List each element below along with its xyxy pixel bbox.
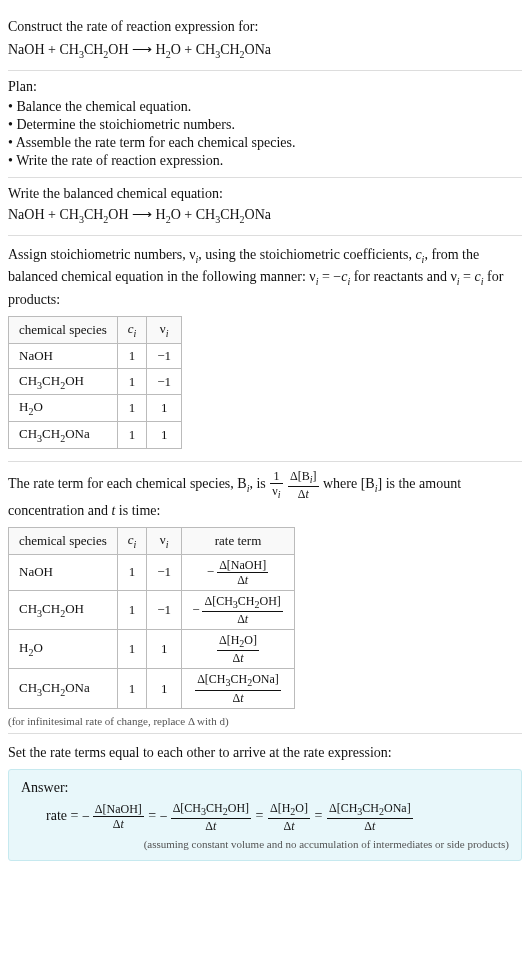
cell-species: H2O <box>9 629 118 668</box>
fraction: Δ[CH3CH2ONa]Δt <box>195 673 281 703</box>
col-species: chemical species <box>9 527 118 554</box>
frac-den: Δt <box>171 819 251 832</box>
fraction: Δ[CH3CH2OH]Δt <box>171 802 251 832</box>
frac-den: Δt <box>217 651 259 664</box>
cell-rate: −Δ[NaOH]Δt <box>182 554 295 590</box>
plan-bullet: • Balance the chemical equation. <box>8 99 522 115</box>
rate-word: rate <box>46 808 67 823</box>
stoich-section: Assign stoichiometric numbers, νi, using… <box>8 236 522 462</box>
col-rate: rate term <box>182 527 295 554</box>
frac-num: Δ[CH3CH2ONa] <box>327 802 413 819</box>
balanced-equation: NaOH + CH3CH2OH ⟶ H2O + CH3CH2ONa <box>8 206 522 225</box>
fraction: Δ[NaOH]Δt <box>217 559 268 586</box>
cell-vi: −1 <box>147 554 182 590</box>
frac-num: 1 <box>270 470 282 484</box>
table-row: H2O 1 1 Δ[H2O]Δt <box>9 629 295 668</box>
frac-den: Δt <box>217 573 268 586</box>
table-row: CH3CH2OH 1 −1 <box>9 368 182 395</box>
cell-vi: −1 <box>147 343 182 368</box>
table-row: CH3CH2OH 1 −1 −Δ[CH3CH2OH]Δt <box>9 590 295 629</box>
minus-sign: − <box>207 564 214 580</box>
col-ci: ci <box>117 317 147 344</box>
frac-den: Δt <box>202 612 282 625</box>
plan-bullet: • Write the rate of reaction expression. <box>8 153 522 169</box>
intro-text: , is <box>249 476 269 491</box>
cell-species: CH3CH2OH <box>9 590 118 629</box>
cell-ci: 1 <box>117 421 147 448</box>
rate-term-table: chemical species ci νi rate term NaOH 1 … <box>8 527 295 709</box>
cell-ci: 1 <box>117 343 147 368</box>
stoich-intro: Assign stoichiometric numbers, νi, using… <box>8 244 522 311</box>
balanced-title: Write the balanced chemical equation: <box>8 186 522 202</box>
cell-ci: 1 <box>117 590 147 629</box>
final-section: Set the rate terms equal to each other t… <box>8 734 522 867</box>
cell-species: CH3CH2ONa <box>9 669 118 708</box>
frac-one-over-vi: 1 νi <box>270 470 282 500</box>
answer-box: Answer: rate = −Δ[NaOH]Δt = −Δ[CH3CH2OH]… <box>8 769 522 861</box>
table-header-row: chemical species ci νi <box>9 317 182 344</box>
frac-dB-dt: Δ[Bi] Δt <box>288 470 319 500</box>
frac-den: Δt <box>268 819 310 832</box>
cell-ci: 1 <box>117 669 147 708</box>
prompt-equation: NaOH + CH3CH2OH ⟶ H2O + CH3CH2ONa <box>8 41 522 60</box>
col-species: chemical species <box>9 317 118 344</box>
frac-num: Δ[NaOH] <box>93 803 144 817</box>
frac-num: Δ[NaOH] <box>217 559 268 573</box>
col-vi: νi <box>147 317 182 344</box>
plan-bullet: • Assemble the rate term for each chemic… <box>8 135 522 151</box>
cell-ci: 1 <box>117 368 147 395</box>
frac-den: Δt <box>93 817 144 830</box>
final-intro: Set the rate terms equal to each other t… <box>8 742 522 763</box>
cell-species: NaOH <box>9 554 118 590</box>
prompt-section: Construct the rate of reaction expressio… <box>8 8 522 71</box>
cell-species: CH3CH2OH <box>9 368 118 395</box>
answer-equation: rate = −Δ[NaOH]Δt = −Δ[CH3CH2OH]Δt = Δ[H… <box>46 802 509 832</box>
intro-text: The rate term for each chemical species,… <box>8 476 247 491</box>
cell-vi: −1 <box>147 590 182 629</box>
cell-rate: −Δ[CH3CH2OH]Δt <box>182 590 295 629</box>
fraction: Δ[H2O]Δt <box>217 634 259 664</box>
cell-vi: 1 <box>147 421 182 448</box>
table-header-row: chemical species ci νi rate term <box>9 527 295 554</box>
cell-ci: 1 <box>117 629 147 668</box>
plan-bullet: • Determine the stoichiometric numbers. <box>8 117 522 133</box>
table-row: NaOH 1 −1 −Δ[NaOH]Δt <box>9 554 295 590</box>
cell-vi: 1 <box>147 629 182 668</box>
cell-species: NaOH <box>9 343 118 368</box>
frac-num: Δ[CH3CH2OH] <box>202 595 282 612</box>
cell-species: CH3CH2ONa <box>9 421 118 448</box>
table-row: CH3CH2ONa 1 1 Δ[CH3CH2ONa]Δt <box>9 669 295 708</box>
frac-den: Δt <box>195 691 281 704</box>
cell-ci: 1 <box>117 395 147 422</box>
frac-den: Δt <box>327 819 413 832</box>
frac-num: Δ[CH3CH2ONa] <box>195 673 281 690</box>
cell-vi: 1 <box>147 669 182 708</box>
frac-den: Δt <box>288 487 319 500</box>
frac-num: Δ[H2O] <box>217 634 259 651</box>
minus-sign: − <box>160 809 168 825</box>
cell-vi: −1 <box>147 368 182 395</box>
plan-title: Plan: <box>8 79 522 95</box>
frac-num: Δ[CH3CH2OH] <box>171 802 251 819</box>
balanced-section: Write the balanced chemical equation: Na… <box>8 178 522 236</box>
prompt-text: Construct the rate of reaction expressio… <box>8 16 522 37</box>
rate-term-intro: The rate term for each chemical species,… <box>8 470 522 521</box>
answer-note: (assuming constant volume and no accumul… <box>21 838 509 850</box>
fraction: Δ[CH3CH2OH]Δt <box>202 595 282 625</box>
col-ci: ci <box>117 527 147 554</box>
rate-term-section: The rate term for each chemical species,… <box>8 462 522 734</box>
minus-sign: − <box>192 602 199 618</box>
frac-num: Δ[Bi] <box>288 470 319 487</box>
minus-sign: − <box>82 809 90 825</box>
stoich-table: chemical species ci νi NaOH 1 −1 CH3CH2O… <box>8 316 182 448</box>
cell-species: H2O <box>9 395 118 422</box>
cell-rate: Δ[H2O]Δt <box>182 629 295 668</box>
answer-label: Answer: <box>21 780 509 796</box>
plan-section: Plan: • Balance the chemical equation. •… <box>8 71 522 178</box>
table-row: H2O 1 1 <box>9 395 182 422</box>
frac-num: Δ[H2O] <box>268 802 310 819</box>
cell-ci: 1 <box>117 554 147 590</box>
frac-den: νi <box>270 484 282 500</box>
cell-rate: Δ[CH3CH2ONa]Δt <box>182 669 295 708</box>
fraction: Δ[H2O]Δt <box>268 802 310 832</box>
